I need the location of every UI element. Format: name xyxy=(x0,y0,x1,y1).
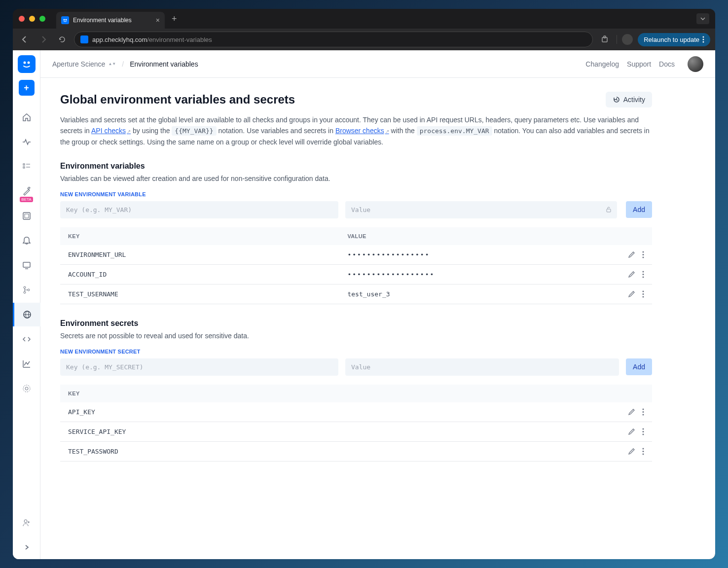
secret-key: SERVICE_API_KEY xyxy=(68,428,628,435)
tab-favicon-icon xyxy=(61,16,69,24)
sidebar-pulse-icon[interactable] xyxy=(13,130,40,154)
activity-button[interactable]: Activity xyxy=(606,92,652,107)
edit-icon[interactable] xyxy=(628,290,635,298)
edit-icon[interactable] xyxy=(628,251,635,258)
url-bar[interactable]: app.checklyhq.com/environment-variables xyxy=(74,32,593,47)
svg-point-32 xyxy=(643,276,644,278)
svg-point-41 xyxy=(643,433,644,435)
svg-point-34 xyxy=(643,293,644,295)
svg-point-42 xyxy=(643,448,644,449)
sidebar-analytics-icon[interactable] xyxy=(13,352,40,376)
table-row: SERVICE_API_KEY xyxy=(60,422,652,442)
sidebar-invite-icon[interactable] xyxy=(13,511,40,534)
secret-key: API_KEY xyxy=(68,408,628,416)
svg-point-24 xyxy=(23,385,30,392)
svg-point-1 xyxy=(66,19,67,21)
env-var-value-input[interactable] xyxy=(345,201,617,218)
relaunch-button[interactable]: Relaunch to update xyxy=(638,33,710,46)
tab-title: Environment variables xyxy=(73,17,152,24)
changelog-link[interactable]: Changelog xyxy=(585,60,619,68)
add-env-var-button[interactable]: Add xyxy=(626,201,652,218)
sidebar-location-icon[interactable] xyxy=(13,377,40,400)
docs-link[interactable]: Docs xyxy=(659,60,675,68)
sidebar-globe-icon[interactable] xyxy=(13,303,40,326)
table-row: API_KEY xyxy=(60,402,652,422)
env-vars-title: Environment variables xyxy=(60,162,652,171)
sidebar-beta-icon[interactable] xyxy=(13,179,40,203)
sidebar-home-icon[interactable] xyxy=(13,106,40,129)
unlock-icon[interactable] xyxy=(605,206,612,213)
sidebar-collapse-icon[interactable] xyxy=(13,535,40,559)
th-key: KEY xyxy=(68,390,347,396)
sidebar-code-icon[interactable] xyxy=(13,327,40,351)
sidebar-git-icon[interactable] xyxy=(13,278,40,302)
more-icon[interactable] xyxy=(642,271,644,278)
user-avatar[interactable] xyxy=(688,56,703,72)
more-icon[interactable] xyxy=(642,448,644,455)
external-link-icon: ↗ xyxy=(385,129,389,134)
chevron-updown-icon: ▲▼ xyxy=(108,63,116,66)
sidebar-group-icon[interactable] xyxy=(13,204,40,228)
more-icon[interactable] xyxy=(642,251,644,258)
app-sidebar: + xyxy=(13,50,40,559)
api-checks-link[interactable]: API checks↗ xyxy=(91,127,131,135)
svg-point-40 xyxy=(643,431,644,432)
svg-point-7 xyxy=(23,62,26,64)
history-icon xyxy=(613,96,620,104)
sidebar-list-icon[interactable] xyxy=(13,155,40,178)
edit-icon[interactable] xyxy=(628,408,635,416)
svg-rect-9 xyxy=(23,164,25,165)
svg-point-27 xyxy=(643,251,644,252)
add-secret-button[interactable]: Add xyxy=(626,358,652,375)
more-icon[interactable] xyxy=(642,290,644,298)
svg-point-18 xyxy=(24,291,26,293)
window-maximize-button[interactable] xyxy=(39,16,45,22)
tab-close-button[interactable]: × xyxy=(156,16,160,24)
nav-reload-button[interactable] xyxy=(55,33,69,46)
browser-tab[interactable]: Environment variables × xyxy=(56,12,165,29)
window-titlebar: Environment variables × + xyxy=(13,9,715,29)
page-title: Global environment variables and secrets xyxy=(60,93,606,106)
nav-forward-button[interactable] xyxy=(36,33,50,46)
table-row: TEST_USERNAME test_user_3 xyxy=(60,284,652,304)
window-close-button[interactable] xyxy=(19,16,25,22)
org-switcher[interactable]: Aperture Science ▲▼ xyxy=(52,60,116,68)
new-secret-label: NEW ENVIRONMENT SECRET xyxy=(60,349,652,355)
svg-rect-15 xyxy=(23,262,30,267)
edit-icon[interactable] xyxy=(628,428,635,435)
new-tab-button[interactable]: + xyxy=(172,14,177,24)
secret-value-input[interactable] xyxy=(345,358,619,376)
secrets-description: Secrets are not possible to reveal and u… xyxy=(60,332,652,340)
table-row: ENVIRONMENT_URL ••••••••••••••••• xyxy=(60,245,652,265)
sidebar-alerts-icon[interactable] xyxy=(13,229,40,252)
secret-key-input[interactable] xyxy=(60,358,338,376)
env-vars-table: KEY VALUE ENVIRONMENT_URL ••••••••••••••… xyxy=(60,227,652,304)
create-button[interactable]: + xyxy=(19,80,35,96)
env-var-value: ••••••••••••••••• xyxy=(347,251,628,258)
sidebar-monitor-icon[interactable] xyxy=(13,253,40,277)
more-icon[interactable] xyxy=(642,428,644,435)
table-row: TEST_PASSWORD xyxy=(60,442,652,462)
svg-rect-3 xyxy=(604,36,606,38)
browser-checks-link[interactable]: Browser checks↗ xyxy=(335,127,389,135)
env-var-value: test_user_3 xyxy=(347,290,628,298)
svg-point-5 xyxy=(703,39,704,40)
svg-point-8 xyxy=(27,62,30,64)
window-minimize-button[interactable] xyxy=(29,16,35,22)
svg-rect-10 xyxy=(23,167,25,168)
app-logo-icon[interactable] xyxy=(18,55,36,73)
env-var-value: •••••••••••••••••• xyxy=(347,271,628,278)
svg-point-19 xyxy=(28,289,30,291)
more-icon[interactable] xyxy=(642,408,644,416)
browser-toolbar: app.checklyhq.com/environment-variables … xyxy=(13,29,715,50)
url-text: app.checklyhq.com/environment-variables xyxy=(92,36,212,43)
support-link[interactable]: Support xyxy=(627,60,651,68)
edit-icon[interactable] xyxy=(628,271,635,278)
env-var-key-input[interactable] xyxy=(60,201,338,218)
extensions-icon[interactable] xyxy=(598,36,612,43)
edit-icon[interactable] xyxy=(628,448,635,455)
svg-rect-26 xyxy=(607,209,611,212)
tab-overflow-button[interactable] xyxy=(696,13,709,24)
nav-back-button[interactable] xyxy=(18,33,32,46)
profile-avatar-icon[interactable] xyxy=(622,34,633,45)
